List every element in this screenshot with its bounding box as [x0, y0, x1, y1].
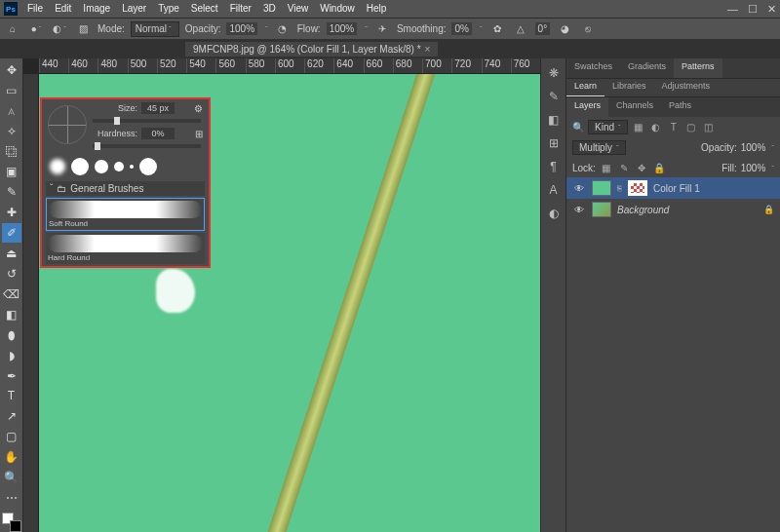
tab-swatches[interactable]: Swatches — [566, 58, 620, 78]
menu-filter[interactable]: Filter — [224, 0, 257, 18]
layer-thumb[interactable] — [592, 180, 611, 196]
maximize-button[interactable]: ☐ — [748, 3, 758, 16]
layer-mask-thumb[interactable] — [628, 180, 647, 196]
lock-position-icon[interactable]: ✥ — [635, 161, 648, 174]
filter-text-icon[interactable]: T — [667, 121, 681, 134]
document-tab[interactable]: 9MFCNP8.jpg @ 164% (Color Fill 1, Layer … — [185, 42, 438, 57]
tab-patterns[interactable]: Patterns — [674, 58, 722, 78]
character-panel-icon[interactable]: A — [545, 181, 563, 199]
menu-file[interactable]: File — [21, 0, 49, 18]
tab-adjustments[interactable]: Adjustments — [654, 79, 719, 96]
tool-stamp[interactable]: ⏏ — [2, 244, 21, 263]
history-panel-icon[interactable]: ◧ — [545, 111, 563, 129]
tool-lasso[interactable]: ⟑ — [2, 101, 21, 121]
menu-type[interactable]: Type — [152, 0, 185, 18]
color-swatch[interactable] — [2, 513, 21, 532]
tool-brush[interactable]: ✐ — [2, 223, 21, 243]
tool-gradient[interactable]: ◧ — [2, 305, 21, 324]
lock-pixels-icon[interactable]: ✎ — [617, 161, 631, 174]
brush-dot[interactable] — [130, 165, 134, 169]
tool-hand[interactable]: ✋ — [2, 447, 21, 467]
tool-text[interactable]: T — [2, 387, 21, 406]
filter-shape-icon[interactable]: ▢ — [684, 121, 698, 134]
filter-pixel-icon[interactable]: ▦ — [632, 121, 645, 134]
symmetry-icon[interactable]: ⎋ — [579, 20, 597, 38]
filter-smart-icon[interactable]: ◫ — [702, 121, 716, 134]
menu-help[interactable]: Help — [361, 0, 393, 18]
search-icon[interactable]: 🔍 — [572, 122, 584, 133]
tab-layers[interactable]: Layers — [566, 97, 608, 117]
tab-libraries[interactable]: Libraries — [604, 79, 654, 96]
gear-icon[interactable]: ⚙ — [194, 103, 203, 114]
lock-all-icon[interactable]: 🔒 — [652, 161, 666, 174]
layer-name[interactable]: Background — [617, 205, 669, 215]
link-icon[interactable]: ⎘ — [617, 184, 622, 193]
layer-row[interactable]: 👁 ⎘ Color Fill 1 — [566, 177, 780, 199]
flow-value[interactable]: 100% — [327, 22, 358, 35]
brush-preset-icon[interactable]: ●ˇ — [27, 20, 45, 38]
tool-eraser[interactable]: ⌫ — [2, 285, 21, 304]
brush-panel-icon[interactable]: ▨ — [74, 20, 92, 38]
tool-shape[interactable]: ▢ — [2, 427, 21, 446]
pressure-size-icon[interactable]: ◕ — [556, 20, 573, 38]
smoothing-value[interactable]: 0% — [451, 22, 471, 35]
blend-mode-select[interactable]: Multiplyˇ — [572, 140, 626, 155]
tool-pen[interactable]: ✒ — [2, 366, 21, 386]
tool-frame[interactable]: ▣ — [2, 163, 21, 182]
opacity-value[interactable]: 100% — [226, 22, 257, 35]
menu-edit[interactable]: Edit — [49, 0, 77, 18]
gear-icon[interactable]: ✿ — [488, 20, 506, 38]
brush-dot[interactable] — [139, 158, 157, 175]
tool-healing[interactable]: ✚ — [2, 203, 21, 222]
hardness-slider-handle[interactable] — [95, 142, 100, 150]
hardness-value[interactable]: 0% — [141, 128, 175, 139]
tool-move[interactable]: ✥ — [2, 60, 21, 80]
tool-eyedropper[interactable]: ✎ — [2, 182, 21, 202]
tool-marquee[interactable]: ▭ — [2, 81, 21, 100]
tool-blur[interactable]: ⬮ — [2, 325, 21, 345]
tool-wand[interactable]: ✧ — [2, 122, 21, 141]
close-button[interactable]: ✕ — [767, 3, 776, 16]
tool-edit[interactable]: ⋯ — [2, 488, 21, 508]
angle-value[interactable]: 0° — [535, 22, 551, 35]
brush-dot[interactable] — [50, 159, 65, 174]
brush-tip-icon[interactable]: ◐ˇ — [51, 20, 68, 38]
visibility-icon[interactable]: 👁 — [572, 183, 586, 194]
glyphs-panel-icon[interactable]: ◐ — [545, 205, 563, 222]
brush-angle-preview[interactable] — [48, 105, 87, 144]
kind-select[interactable]: Kindˇ — [588, 120, 628, 134]
brush-preset-item[interactable]: Soft Round — [46, 198, 205, 231]
brush-folder[interactable]: ˇ 🗀 General Brushes — [46, 181, 205, 196]
brush-dot[interactable] — [114, 162, 124, 171]
menu-3d[interactable]: 3D — [257, 0, 282, 18]
mode-select[interactable]: Normalˇ — [131, 21, 179, 37]
layer-thumb[interactable] — [592, 202, 611, 217]
tool-dodge[interactable]: ◗ — [2, 346, 21, 365]
new-preset-icon[interactable]: ⊞ — [195, 129, 203, 139]
brush-preset-item[interactable]: Hard Round — [46, 233, 205, 264]
fill-value[interactable]: 100% — [741, 163, 766, 173]
paragraph-panel-icon[interactable]: ¶ — [545, 158, 563, 175]
filter-adjust-icon[interactable]: ◐ — [649, 121, 663, 134]
menu-layer[interactable]: Layer — [116, 0, 152, 18]
menu-image[interactable]: Image — [77, 0, 116, 18]
lock-transparency-icon[interactable]: ▦ — [600, 161, 613, 174]
menu-view[interactable]: View — [282, 0, 315, 18]
tool-path[interactable]: ↗ — [2, 406, 21, 426]
size-slider-handle[interactable] — [114, 117, 120, 125]
visibility-icon[interactable]: 👁 — [572, 205, 586, 215]
layer-row[interactable]: 👁 Background 🔒 — [566, 199, 780, 220]
size-value[interactable]: 45 px — [141, 102, 175, 114]
airbrush-icon[interactable]: ✈ — [373, 20, 391, 38]
tab-gradients[interactable]: Gradients — [620, 58, 674, 78]
layer-opacity-value[interactable]: 100% — [741, 142, 766, 153]
brushes-panel-icon[interactable]: ✎ — [545, 88, 563, 105]
properties-panel-icon[interactable]: ⊞ — [545, 134, 563, 152]
brush-preset-panel[interactable]: Size: 45 px ⚙ Hardness: 0% ⊞ ˇ 🗀 — [40, 97, 211, 268]
tab-paths[interactable]: Paths — [661, 97, 699, 117]
minimize-button[interactable]: — — [727, 3, 738, 15]
tool-history[interactable]: ↺ — [2, 264, 21, 284]
menu-window[interactable]: Window — [314, 0, 361, 18]
layer-name[interactable]: Color Fill 1 — [653, 183, 700, 194]
menu-select[interactable]: Select — [185, 0, 224, 18]
